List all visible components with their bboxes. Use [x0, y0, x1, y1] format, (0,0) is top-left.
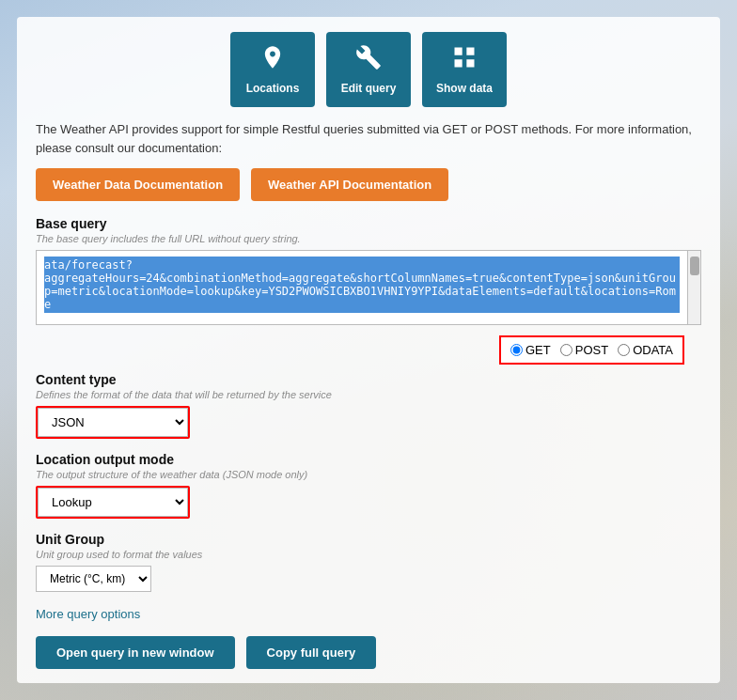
- unit-group-select[interactable]: Metric (°C, km) US (°F, mi) UK (°C, mi) …: [36, 566, 151, 592]
- grid-icon: [451, 44, 478, 76]
- location-output-select-wrapper: Lookup Array Single: [36, 486, 190, 519]
- odata-label: ODATA: [633, 343, 673, 357]
- post-radio[interactable]: [560, 344, 572, 356]
- unit-group-section: Unit Group Unit group used to format the…: [36, 532, 701, 592]
- content-type-sublabel: Defines the format of the data that will…: [36, 389, 701, 400]
- query-text: ata/forecast? aggregateHours=24&combinat…: [44, 257, 680, 313]
- nav-edit-query-button[interactable]: Edit query: [326, 32, 411, 107]
- get-radio-label[interactable]: GET: [510, 343, 551, 357]
- post-label: POST: [575, 343, 608, 357]
- odata-radio-label[interactable]: ODATA: [618, 343, 673, 357]
- content-type-select-wrapper: JSON CSV XML: [36, 406, 190, 439]
- nav-edit-query-label: Edit query: [341, 82, 397, 95]
- location-output-sublabel: The output structure of the weather data…: [36, 469, 701, 480]
- unit-group-title: Unit Group: [36, 532, 701, 547]
- content-type-select[interactable]: JSON CSV XML: [38, 408, 188, 437]
- nav-locations-label: Locations: [246, 82, 300, 95]
- weather-data-doc-button[interactable]: Weather Data Documentation: [36, 168, 240, 201]
- content-type-title: Content type: [36, 372, 701, 387]
- scrollbar[interactable]: [688, 250, 701, 325]
- intro-text: The Weather API provides support for sim…: [36, 120, 701, 157]
- base-query-title: Base query: [36, 216, 701, 231]
- open-query-button[interactable]: Open query in new window: [36, 636, 235, 669]
- post-radio-label[interactable]: POST: [560, 343, 608, 357]
- location-output-select[interactable]: Lookup Array Single: [38, 488, 188, 517]
- location-output-title: Location output mode: [36, 452, 701, 467]
- weather-api-doc-button[interactable]: Weather API Documentation: [251, 168, 448, 201]
- nav-show-data-label: Show data: [436, 82, 493, 95]
- nav-show-data-button[interactable]: Show data: [422, 32, 507, 107]
- get-label: GET: [525, 343, 551, 357]
- action-buttons: Open query in new window Copy full query: [36, 636, 701, 669]
- scrollbar-thumb: [690, 257, 699, 275]
- base-query-sublabel: The base query includes the full URL wit…: [36, 233, 701, 244]
- main-panel: Locations Edit query Show data The Weath…: [17, 17, 720, 683]
- method-selector: GET POST ODATA: [499, 335, 684, 365]
- base-query-wrapper: ata/forecast? aggregateHours=24&combinat…: [36, 250, 701, 325]
- get-radio[interactable]: [510, 344, 523, 356]
- base-query-section: Base query The base query includes the f…: [36, 216, 701, 325]
- wrench-icon: [355, 44, 382, 76]
- content-type-section: Content type Defines the format of the d…: [36, 372, 701, 439]
- copy-query-button[interactable]: Copy full query: [246, 636, 377, 669]
- nav-locations-button[interactable]: Locations: [230, 32, 315, 107]
- base-query-box[interactable]: ata/forecast? aggregateHours=24&combinat…: [36, 250, 688, 325]
- top-nav: Locations Edit query Show data: [36, 32, 701, 107]
- odata-radio[interactable]: [618, 344, 630, 356]
- doc-buttons: Weather Data Documentation Weather API D…: [36, 168, 701, 201]
- location-output-section: Location output mode The output structur…: [36, 452, 701, 519]
- more-query-options-link[interactable]: More query options: [36, 607, 140, 621]
- unit-group-sublabel: Unit group used to format the values: [36, 549, 701, 560]
- location-icon: [259, 44, 286, 76]
